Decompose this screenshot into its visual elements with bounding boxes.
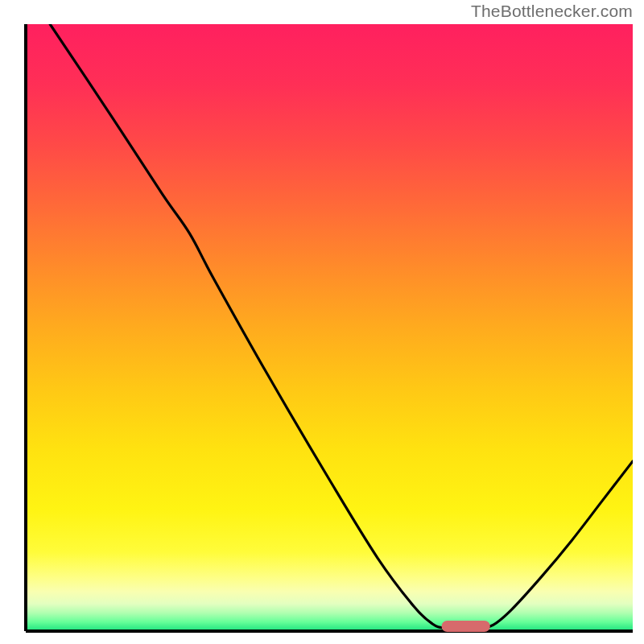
watermark-text: TheBottlenecker.com	[471, 2, 633, 21]
bottleneck-chart	[0, 0, 644, 644]
optimal-marker	[441, 621, 489, 632]
gradient-background	[26, 24, 633, 631]
chart-container: TheBottlenecker.com	[0, 0, 644, 644]
